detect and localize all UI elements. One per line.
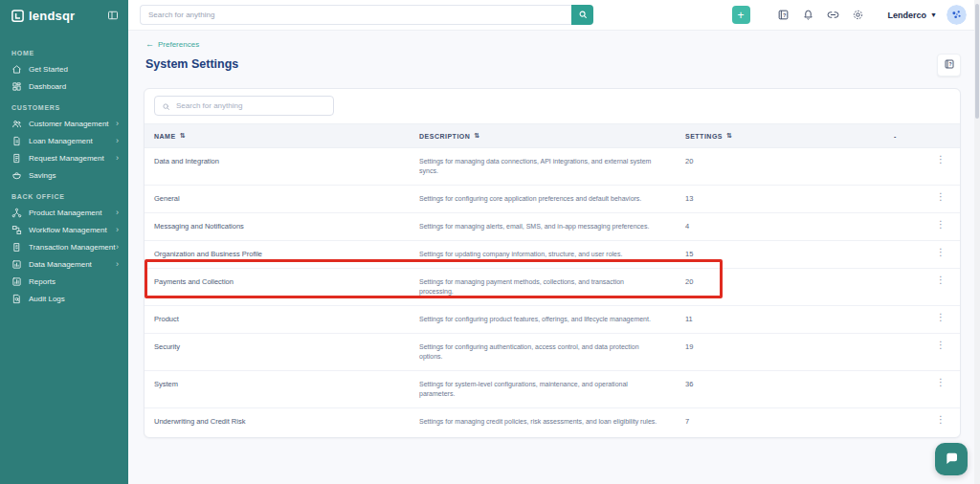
settings-table-card: NAME⇅DESCRIPTION⇅SETTINGS⇅- Data and Int… xyxy=(144,88,961,438)
row-kebab-menu-icon[interactable]: ⋮ xyxy=(933,190,948,204)
cell-actions: ⋮ xyxy=(884,334,960,370)
sidebar-item-product-management[interactable]: Product Management› xyxy=(0,204,128,221)
cell-description: Settings for managing credit policies, r… xyxy=(410,408,676,435)
avatar[interactable] xyxy=(947,5,967,25)
workflow-icon xyxy=(11,225,22,235)
cell-description: Settings for configuring product feature… xyxy=(410,306,676,333)
column-header--: - xyxy=(884,133,960,140)
lendsqr-logo-icon xyxy=(11,9,25,23)
sidebar-item-loan-management[interactable]: Loan Management› xyxy=(0,132,128,149)
cell-name: System xyxy=(145,371,410,407)
cell-settings-count: 11 xyxy=(676,306,884,333)
cell-name: Data and Integration xyxy=(145,148,410,185)
table-row-data-and-integration[interactable]: Data and IntegrationSettings for managin… xyxy=(145,148,960,186)
sidebar-item-label: Get Started xyxy=(29,65,68,74)
column-header-name[interactable]: NAME⇅ xyxy=(145,132,410,140)
org-switcher[interactable]: Lenderco ▼ xyxy=(888,11,937,20)
svg-text:?: ? xyxy=(948,61,951,67)
row-kebab-menu-icon[interactable]: ⋮ xyxy=(933,413,948,427)
chat-bubble-icon xyxy=(944,451,959,469)
table-row-general[interactable]: GeneralSettings for configuring core app… xyxy=(145,186,960,213)
table-row-payments-and-collection[interactable]: Payments and CollectionSettings for mana… xyxy=(145,269,960,306)
row-kebab-menu-icon[interactable]: ⋮ xyxy=(933,339,948,352)
row-kebab-menu-icon[interactable]: ⋮ xyxy=(933,376,948,389)
cell-settings-count: 15 xyxy=(676,241,884,268)
chevron-right-icon: › xyxy=(116,120,119,128)
table-row-security[interactable]: SecuritySettings for configuring authent… xyxy=(145,334,960,371)
docs-help-icon: ? xyxy=(944,58,955,73)
cell-actions: ⋮ xyxy=(884,148,960,185)
page-title: System Settings xyxy=(145,57,238,71)
column-header-label: SETTINGS xyxy=(685,133,723,140)
breadcrumb-label: Preferences xyxy=(158,40,199,49)
table-search-input[interactable] xyxy=(176,101,326,110)
chevron-right-icon: › xyxy=(116,154,119,163)
sidebar-item-audit-logs[interactable]: Audit Logs xyxy=(0,290,128,307)
notifications-bell-icon[interactable] xyxy=(796,3,821,28)
table-row-underwriting-and-credit-risk[interactable]: Underwriting and Credit RiskSettings for… xyxy=(145,408,960,435)
cell-description: Settings for configuring core applicatio… xyxy=(410,186,676,212)
sidebar-section-label: BACK OFFICE xyxy=(0,184,128,204)
settings-gear-icon[interactable] xyxy=(846,3,871,28)
cell-actions: ⋮ xyxy=(884,269,960,305)
row-kebab-menu-icon[interactable]: ⋮ xyxy=(933,274,948,287)
svg-text:?: ? xyxy=(783,12,786,18)
table-row-system[interactable]: SystemSettings for system-level configur… xyxy=(145,371,960,408)
add-button[interactable]: + xyxy=(732,6,750,24)
table-search xyxy=(154,96,334,116)
sidebar-item-label: Request Management xyxy=(29,154,104,163)
cell-description: Settings for system-level configurations… xyxy=(410,371,676,407)
sort-icon: ⇅ xyxy=(180,132,186,140)
row-kebab-menu-icon[interactable]: ⋮ xyxy=(933,153,948,166)
sidebar-item-data-management[interactable]: Data Management› xyxy=(0,255,128,273)
help-button[interactable]: ? xyxy=(937,54,961,77)
sidebar-section-label: HOME xyxy=(0,40,128,60)
sidebar-item-customer-management[interactable]: Customer Management› xyxy=(0,115,128,132)
cell-settings-count: 13 xyxy=(676,186,884,212)
cell-actions: ⋮ xyxy=(884,371,960,407)
docs-help-icon[interactable]: ? xyxy=(771,3,796,28)
column-header-settings[interactable]: SETTINGS⇅ xyxy=(676,132,884,140)
search-icon xyxy=(162,98,170,115)
global-search-button[interactable] xyxy=(571,5,593,25)
cell-settings-count: 19 xyxy=(676,334,884,370)
cell-description: Settings for managing alerts, email, SMS… xyxy=(410,213,676,240)
sidebar-collapse-icon[interactable] xyxy=(107,10,119,21)
sidebar-section-label: CUSTOMERS xyxy=(0,95,128,115)
row-kebab-menu-icon[interactable]: ⋮ xyxy=(933,311,948,324)
chevron-right-icon: › xyxy=(116,243,119,252)
cell-actions: ⋮ xyxy=(884,241,960,268)
sidebar-item-request-management[interactable]: Request Management› xyxy=(0,149,128,166)
sidebar-item-label: Dashboard xyxy=(29,82,66,91)
sidebar-item-label: Reports xyxy=(29,277,56,286)
scrollbar-thumb[interactable] xyxy=(975,4,979,119)
global-search-input[interactable] xyxy=(140,5,571,25)
users-icon xyxy=(11,119,22,129)
sidebar-item-label: Loan Management xyxy=(29,137,93,145)
column-header-label: DESCRIPTION xyxy=(419,133,470,140)
breadcrumb-back-link[interactable]: ← Preferences xyxy=(145,40,199,49)
org-name: Lenderco xyxy=(888,11,927,20)
sidebar-item-transaction-management[interactable]: Transaction Management› xyxy=(0,238,128,255)
sidebar-item-get-started[interactable]: Get Started xyxy=(0,60,128,77)
row-kebab-menu-icon[interactable]: ⋮ xyxy=(933,218,948,231)
row-kebab-menu-icon[interactable]: ⋮ xyxy=(933,246,948,259)
link-icon[interactable] xyxy=(821,3,846,28)
column-header-description[interactable]: DESCRIPTION⇅ xyxy=(410,132,676,140)
chat-fab-button[interactable] xyxy=(935,443,968,475)
sidebar-item-workflow-management[interactable]: Workflow Management› xyxy=(0,221,128,238)
chevron-right-icon: › xyxy=(116,226,119,234)
sidebar-item-dashboard[interactable]: Dashboard xyxy=(0,77,128,95)
audit-icon xyxy=(11,294,22,304)
sidebar: lendsqr HOMEGet StartedDashboardCUSTOMER… xyxy=(0,0,128,484)
topbar-actions: + ? Lenderco ▼ xyxy=(732,3,980,28)
sidebar-item-reports[interactable]: Reports xyxy=(0,273,128,290)
table-row-messaging-and-notifications[interactable]: Messaging and NotificationsSettings for … xyxy=(145,213,960,241)
savings-icon xyxy=(11,170,22,181)
cell-description: Settings for updating company informatio… xyxy=(410,241,676,268)
scrollbar[interactable] xyxy=(974,0,980,484)
sidebar-item-savings[interactable]: Savings xyxy=(0,166,128,184)
cell-settings-count: 7 xyxy=(676,408,884,435)
table-row-product[interactable]: ProductSettings for configuring product … xyxy=(145,306,960,334)
table-row-organization-and-business-profile[interactable]: Organization and Business ProfileSetting… xyxy=(145,241,960,269)
